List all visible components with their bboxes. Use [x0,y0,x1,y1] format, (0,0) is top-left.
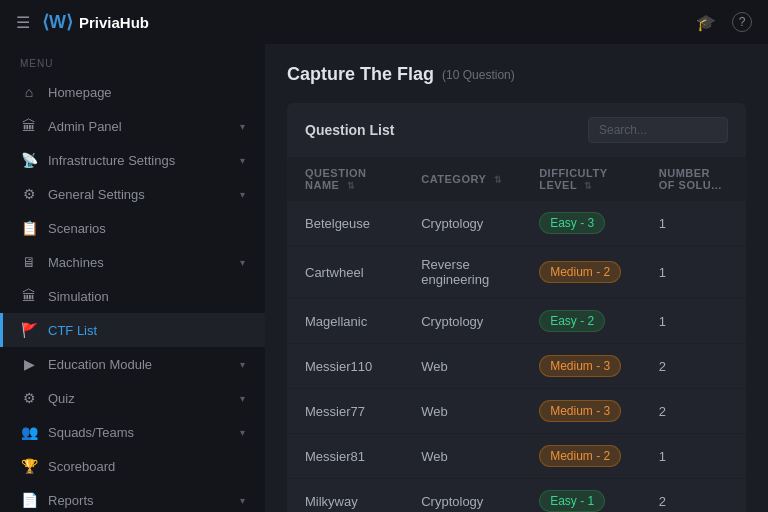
infrastructure-settings-icon: 📡 [20,152,38,168]
page-title: Capture The Flag [287,64,434,85]
homepage-icon: ⌂ [20,84,38,100]
sidebar-item-label-infrastructure-settings: Infrastructure Settings [48,153,230,168]
cell-category: Web [403,434,521,479]
cell-difficulty: Easy - 1 [521,479,641,513]
cell-question-name: Milkyway [287,479,403,513]
table-row: Messier77 Web Medium - 3 2 [287,389,746,434]
quiz-icon: ⚙ [20,390,38,406]
question-count: (10 Question) [442,68,515,82]
help-icon[interactable]: ? [732,12,752,32]
scoreboard-icon: 🏆 [20,458,38,474]
squads-teams-icon: 👥 [20,424,38,440]
cell-difficulty: Easy - 3 [521,201,641,246]
chevron-icon-infrastructure-settings: ▾ [240,155,245,166]
topbar-right: 🎓 ? [696,12,752,32]
machines-icon: 🖥 [20,254,38,270]
sidebar-item-squads-teams[interactable]: 👥 Squads/Teams ▾ [0,415,265,449]
difficulty-badge: Easy - 1 [539,490,605,512]
sidebar-item-homepage[interactable]: ⌂ Homepage [0,75,265,109]
cell-difficulty: Medium - 3 [521,344,641,389]
table-row: Messier110 Web Medium - 3 2 [287,344,746,389]
graduation-icon[interactable]: 🎓 [696,13,716,32]
table-row: Messier81 Web Medium - 2 1 [287,434,746,479]
logo-icon: ⟨W⟩ [42,11,73,33]
sidebar-item-infrastructure-settings[interactable]: 📡 Infrastructure Settings ▾ [0,143,265,177]
cell-category: Reverse engineering [403,246,521,299]
col-solutions-label: NUMBER OF SOLU... [659,167,722,191]
card-header: Question List [287,103,746,157]
difficulty-badge: Medium - 2 [539,261,621,283]
cell-question-name: Messier77 [287,389,403,434]
cell-difficulty: Medium - 2 [521,246,641,299]
sidebar-item-label-education-module: Education Module [48,357,230,372]
menu-label: MENU [0,44,265,75]
search-input[interactable] [588,117,728,143]
table-row: Magellanic Cryptology Easy - 2 1 [287,299,746,344]
cell-question-name: Betelgeuse [287,201,403,246]
sidebar-item-label-ctf-list: CTF List [48,323,245,338]
sidebar-item-label-simulation: Simulation [48,289,245,304]
sidebar-item-simulation[interactable]: 🏛 Simulation [0,279,265,313]
col-category-label: CATEGORY [421,173,486,185]
simulation-icon: 🏛 [20,288,38,304]
sidebar-item-label-quiz: Quiz [48,391,230,406]
col-question-name-label: QUESTION NAME [305,167,366,191]
col-difficulty-label: DIFFICULTY LEVEL [539,167,607,191]
cell-question-name: Cartwheel [287,246,403,299]
sidebar-item-ctf-list[interactable]: 🚩 CTF List [0,313,265,347]
cell-question-name: Messier110 [287,344,403,389]
cell-difficulty: Easy - 2 [521,299,641,344]
page-title-row: Capture The Flag (10 Question) [287,64,746,85]
chevron-icon-squads-teams: ▾ [240,427,245,438]
sidebar-item-label-general-settings: General Settings [48,187,230,202]
sidebar-item-label-admin-panel: Admin Panel [48,119,230,134]
sidebar-item-general-settings[interactable]: ⚙ General Settings ▾ [0,177,265,211]
sidebar: MENU ⌂ Homepage 🏛 Admin Panel ▾ 📡 Infras… [0,0,265,512]
cell-category: Web [403,344,521,389]
cell-question-name: Messier81 [287,434,403,479]
difficulty-badge: Medium - 3 [539,400,621,422]
difficulty-badge: Medium - 2 [539,445,621,467]
topbar-left: ☰ ⟨W⟩ PriviaHub [16,11,149,33]
topbar: ☰ ⟨W⟩ PriviaHub 🎓 ? [0,0,768,44]
sidebar-item-education-module[interactable]: ▶ Education Module ▾ [0,347,265,381]
chevron-icon-reports: ▾ [240,495,245,506]
cell-solutions: 1 [641,299,746,344]
cell-difficulty: Medium - 2 [521,434,641,479]
sidebar-item-machines[interactable]: 🖥 Machines ▾ [0,245,265,279]
reports-icon: 📄 [20,492,38,508]
chevron-icon-admin-panel: ▾ [240,121,245,132]
sidebar-item-admin-panel[interactable]: 🏛 Admin Panel ▾ [0,109,265,143]
difficulty-badge: Easy - 3 [539,212,605,234]
sidebar-item-label-scoreboard: Scoreboard [48,459,245,474]
chevron-icon-education-module: ▾ [240,359,245,370]
general-settings-icon: ⚙ [20,186,38,202]
question-table: QUESTION NAME ⇅ CATEGORY ⇅ DIFFICULTY LE… [287,157,746,512]
cell-solutions: 1 [641,434,746,479]
cell-solutions: 2 [641,389,746,434]
col-category: CATEGORY ⇅ [403,157,521,201]
cell-question-name: Magellanic [287,299,403,344]
sort-icon-category[interactable]: ⇅ [494,175,503,185]
table-header-row: QUESTION NAME ⇅ CATEGORY ⇅ DIFFICULTY LE… [287,157,746,201]
sidebar-item-label-squads-teams: Squads/Teams [48,425,230,440]
admin-panel-icon: 🏛 [20,118,38,134]
question-list-card: Question List QUESTION NAME ⇅ CATEGORY ⇅ [287,103,746,512]
sidebar-item-scenarios[interactable]: 📋 Scenarios [0,211,265,245]
col-question-name: QUESTION NAME ⇅ [287,157,403,201]
sort-icon-difficulty[interactable]: ⇅ [584,181,593,191]
sidebar-item-scoreboard[interactable]: 🏆 Scoreboard [0,449,265,483]
education-module-icon: ▶ [20,356,38,372]
sort-icon-question-name[interactable]: ⇅ [347,181,356,191]
cell-category: Web [403,389,521,434]
hamburger-icon[interactable]: ☰ [16,13,30,32]
table-row: Betelgeuse Cryptology Easy - 3 1 [287,201,746,246]
logo-text: PriviaHub [79,14,149,31]
ctf-list-icon: 🚩 [20,322,38,338]
sidebar-item-label-scenarios: Scenarios [48,221,245,236]
cell-difficulty: Medium - 3 [521,389,641,434]
sidebar-item-reports[interactable]: 📄 Reports ▾ [0,483,265,512]
sidebar-item-quiz[interactable]: ⚙ Quiz ▾ [0,381,265,415]
table-row: Milkyway Cryptology Easy - 1 2 [287,479,746,513]
card-title: Question List [305,122,394,138]
